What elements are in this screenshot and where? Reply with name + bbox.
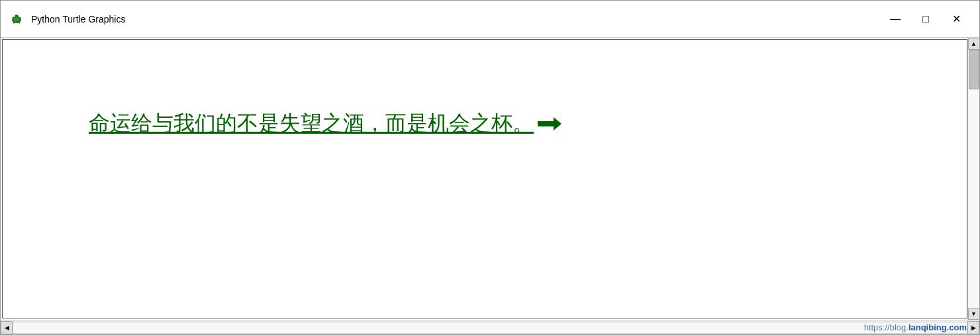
horizontal-scrollbar: ◀ ▶	[1, 320, 979, 334]
canvas-text: 命运给与我们的不是失望之酒，而是机会之杯。	[89, 109, 534, 138]
close-button[interactable]: ✕	[941, 7, 971, 31]
svg-marker-7	[538, 117, 562, 130]
svg-point-6	[14, 17, 19, 21]
scroll-right-icon: ▶	[971, 324, 976, 331]
scroll-track-horizontal	[13, 322, 967, 334]
watermark-highlight: lanqibing.com	[908, 322, 967, 332]
watermark-prefix: https://blog.	[864, 322, 908, 332]
svg-point-2	[13, 17, 15, 19]
scroll-right-button[interactable]: ▶	[967, 321, 979, 334]
svg-point-5	[19, 21, 21, 23]
right-scrollbar: ▲ ▼	[967, 38, 979, 320]
app-icon	[9, 11, 24, 27]
scroll-up-icon: ▲	[971, 40, 977, 47]
canvas-area: 命运给与我们的不是失望之酒，而是机会之杯。	[2, 39, 967, 318]
main-window: Python Turtle Graphics — □ ✕ 命运给与我们的不是失望…	[0, 0, 980, 335]
scroll-thumb-vertical[interactable]	[969, 50, 979, 89]
scroll-down-button[interactable]: ▼	[968, 308, 980, 320]
svg-point-3	[19, 17, 21, 19]
bottom-bar: ◀ ▶ https://blog.lanqibing.com	[1, 320, 979, 334]
window-controls: — □ ✕	[880, 7, 971, 31]
minimize-button[interactable]: —	[880, 7, 910, 31]
scroll-up-button[interactable]: ▲	[968, 38, 980, 50]
scroll-left-icon: ◀	[5, 324, 9, 331]
turtle-arrow-icon	[538, 116, 562, 132]
turtle-text: 命运给与我们的不是失望之酒，而是机会之杯。	[89, 109, 562, 138]
title-bar: Python Turtle Graphics — □ ✕	[1, 1, 979, 38]
watermark: https://blog.lanqibing.com	[864, 322, 967, 332]
scroll-track-vertical	[968, 50, 980, 308]
maximize-button[interactable]: □	[910, 7, 941, 31]
canvas-content: 命运给与我们的不是失望之酒，而是机会之杯。	[3, 40, 967, 318]
svg-point-4	[13, 21, 15, 23]
scroll-down-icon: ▼	[971, 311, 977, 317]
window-title: Python Turtle Graphics	[31, 14, 880, 24]
scroll-left-button[interactable]: ◀	[1, 321, 13, 334]
window-body: 命运给与我们的不是失望之酒，而是机会之杯。 ▲ ▼	[1, 38, 979, 320]
